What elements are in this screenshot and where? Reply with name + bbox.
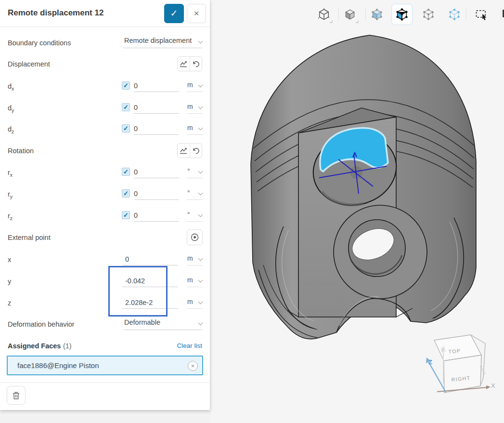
rz-checkbox[interactable]: ✓	[122, 211, 130, 219]
reset-icon	[192, 147, 200, 155]
shaded-render-cube-icon[interactable]	[339, 4, 361, 25]
select-vertices-cube-icon[interactable]	[444, 4, 465, 25]
chevron-down-icon	[198, 83, 203, 88]
ry-input[interactable]	[134, 187, 179, 200]
isometric-view-cube-icon[interactable]	[313, 4, 335, 25]
dz-input[interactable]	[134, 122, 179, 135]
delete-button[interactable]	[7, 386, 26, 405]
ry-label: ry	[8, 190, 13, 199]
assigned-faces-count: (1)	[63, 342, 72, 350]
boundary-conditions-value: Remote displacement	[124, 37, 194, 44]
point-x-label: x	[8, 256, 11, 264]
box-select-icon[interactable]	[471, 4, 492, 25]
point-z-unit-select[interactable]: m	[187, 296, 203, 309]
dz-checkbox[interactable]: ✓	[122, 124, 130, 132]
rz-unit-select[interactable]: °	[187, 209, 203, 222]
rx-input[interactable]	[134, 166, 179, 178]
point-x-input[interactable]	[122, 253, 178, 265]
remove-face-button[interactable]: ×	[188, 361, 198, 371]
rotation-section-label: Rotation	[8, 147, 34, 155]
ry-checkbox[interactable]: ✓	[122, 189, 130, 198]
external-point-highlight-box	[108, 266, 168, 317]
pick-point-button[interactable]	[187, 229, 203, 245]
check-icon: ✓	[123, 82, 129, 89]
chart-icon	[180, 147, 187, 155]
dy-checkbox[interactable]: ✓	[122, 103, 130, 111]
rotation-tools	[177, 143, 202, 158]
point-y-unit-select[interactable]: m	[187, 275, 203, 287]
dy-input[interactable]	[134, 101, 179, 114]
check-icon: ✓	[123, 104, 129, 111]
viewport-3d[interactable]: Y TOP RIGHT BACK X Z	[210, 0, 504, 423]
point-z-input[interactable]	[122, 296, 178, 309]
check-icon: ✓	[123, 168, 129, 175]
cube-right-face	[444, 355, 481, 393]
panel-header: Remote displacement 12 ✓ ×	[0, 0, 210, 27]
point-x-unit-select[interactable]: m	[187, 253, 203, 265]
dx-input[interactable]	[134, 79, 179, 92]
chevron-down-icon	[198, 278, 203, 283]
dy-unit-select[interactable]: m	[187, 101, 203, 114]
chevron-down-icon	[198, 39, 203, 44]
assigned-faces-label: Assigned Faces	[8, 342, 61, 350]
deformation-behavior-value: Deformable	[124, 318, 194, 326]
chevron-down-icon	[198, 212, 203, 217]
external-point-label: External point	[8, 234, 51, 241]
select-edges-cube-icon[interactable]	[418, 4, 439, 25]
reset-button[interactable]	[190, 144, 202, 158]
chevron-down-icon	[198, 300, 203, 304]
select-faces-cube-icon[interactable]	[391, 4, 413, 25]
check-icon: ✓	[123, 212, 129, 219]
footer-divider	[0, 382, 210, 383]
deformation-behavior-label: Deformation behavior	[8, 320, 75, 328]
panel-title: Remote displacement 12	[8, 8, 103, 18]
chevron-down-icon	[198, 126, 203, 131]
remote-displacement-panel: Remote displacement 12 ✓ × Boundary cond…	[0, 0, 210, 410]
dz-unit-select[interactable]: m	[187, 122, 203, 135]
confirm-button[interactable]: ✓	[164, 4, 184, 23]
rx-unit-select[interactable]: °	[187, 166, 203, 178]
axis-y-label: Y	[440, 346, 445, 354]
target-icon	[191, 233, 199, 241]
close-button[interactable]: ×	[187, 4, 206, 23]
check-icon: ✓	[170, 8, 178, 18]
dy-label: dy	[8, 104, 14, 113]
chevron-down-icon	[198, 169, 203, 174]
dx-checkbox[interactable]: ✓	[122, 81, 130, 90]
boundary-conditions-select[interactable]: Remote displacement	[123, 36, 202, 48]
assigned-face-chip[interactable]: face1886@Engine Piston ×	[7, 356, 203, 375]
check-icon: ✓	[123, 125, 129, 132]
dx-unit-select[interactable]: m	[187, 79, 203, 92]
table-input-button[interactable]	[178, 57, 190, 71]
clear-list-link[interactable]: Clear list	[177, 342, 202, 349]
assigned-faces-header: Assigned Faces (1) Clear list	[8, 342, 202, 351]
table-input-button[interactable]	[178, 144, 190, 158]
select-volumes-cube-icon[interactable]	[366, 4, 388, 25]
chevron-down-icon	[198, 256, 203, 261]
ry-unit-select[interactable]: °	[187, 187, 203, 200]
chart-icon	[180, 60, 187, 68]
chevron-down-icon	[198, 191, 203, 196]
displacement-section-label: Displacement	[8, 60, 50, 68]
point-y-input[interactable]	[122, 275, 178, 287]
close-icon: ×	[191, 362, 195, 370]
dx-label: dx	[8, 82, 14, 92]
axis-z-label: Z	[428, 358, 432, 366]
orientation-cube[interactable]: Y TOP RIGHT BACK X Z	[414, 328, 504, 400]
axis-x-label: X	[491, 382, 495, 389]
chevron-down-icon	[198, 321, 203, 326]
displacement-tools	[177, 56, 202, 71]
reset-icon	[192, 60, 200, 68]
reset-button[interactable]	[190, 57, 202, 71]
close-icon: ×	[194, 8, 199, 18]
trash-icon	[12, 391, 20, 400]
deformation-behavior-select[interactable]: Deformable	[123, 317, 202, 330]
check-icon: ✓	[123, 190, 129, 197]
rz-label: rz	[8, 212, 13, 221]
dz-label: dz	[8, 125, 14, 134]
rx-checkbox[interactable]: ✓	[122, 168, 130, 176]
point-y-label: y	[8, 278, 11, 285]
rz-input[interactable]	[134, 209, 179, 222]
point-z-label: z	[8, 299, 11, 307]
assigned-face-name: face1886@Engine Piston	[17, 361, 99, 370]
